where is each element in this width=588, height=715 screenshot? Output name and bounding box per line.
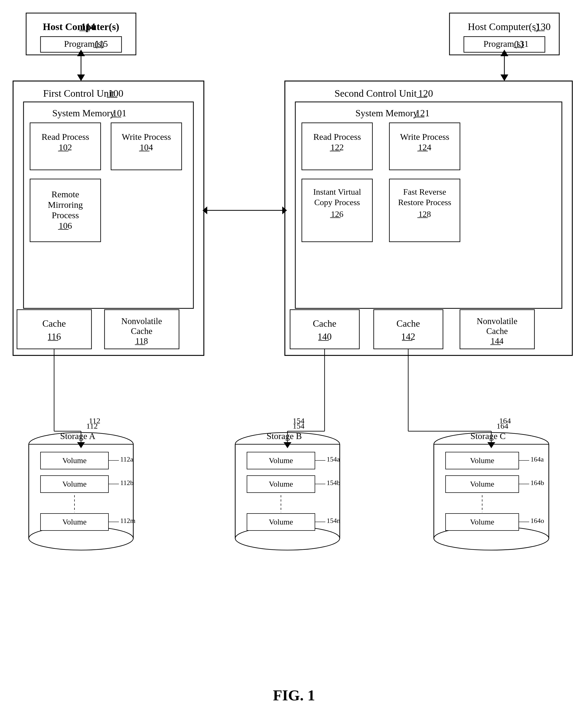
svg-text:Write Process: Write Process	[400, 132, 449, 142]
svg-text:Volume: Volume	[470, 480, 495, 488]
svg-rect-44	[17, 310, 91, 349]
svg-text:Volume: Volume	[269, 518, 293, 526]
svg-text:154b: 154b	[327, 479, 340, 487]
svg-text:Second Control Unit: Second Control Unit	[335, 88, 417, 99]
svg-text:System Memory: System Memory	[355, 108, 418, 119]
svg-rect-83	[374, 310, 443, 349]
svg-text:115: 115	[95, 39, 108, 49]
svg-text:Read Process: Read Process	[313, 132, 361, 142]
svg-text:Volume: Volume	[62, 456, 87, 465]
svg-text:Storage A: Storage A	[60, 431, 96, 441]
svg-text:Process: Process	[52, 210, 79, 220]
svg-text:Write Process: Write Process	[122, 132, 171, 142]
svg-text:First Control Unit: First Control Unit	[43, 88, 114, 99]
svg-text:System Memory: System Memory	[52, 108, 115, 119]
svg-text:122: 122	[331, 143, 344, 152]
svg-text:144: 144	[490, 336, 504, 346]
svg-text:Nonvolatile: Nonvolatile	[121, 316, 162, 326]
svg-text:164o: 164o	[530, 517, 544, 525]
svg-text:118: 118	[135, 336, 148, 346]
svg-text:112a: 112a	[120, 456, 133, 463]
svg-text:104: 104	[140, 143, 153, 152]
svg-text:Nonvolatile: Nonvolatile	[477, 316, 518, 326]
svg-marker-20	[501, 75, 508, 81]
svg-text:Volume: Volume	[62, 480, 87, 488]
svg-text:Cache: Cache	[131, 327, 152, 336]
svg-text:164: 164	[497, 422, 508, 430]
svg-text:120: 120	[418, 88, 433, 99]
svg-text:102: 102	[59, 143, 72, 152]
svg-text:Volume: Volume	[470, 456, 495, 465]
svg-text:100: 100	[108, 88, 123, 99]
svg-text:Copy Process: Copy Process	[314, 197, 360, 207]
svg-text:112b: 112b	[120, 479, 133, 487]
svg-text:164a: 164a	[530, 456, 544, 463]
svg-text:Cache: Cache	[486, 327, 508, 336]
svg-rect-79	[290, 310, 359, 349]
svg-marker-17	[77, 75, 85, 81]
svg-text:Cache: Cache	[396, 318, 420, 329]
svg-text:126: 126	[331, 209, 343, 219]
svg-text:154: 154	[293, 422, 304, 430]
svg-text:Cache: Cache	[42, 318, 66, 329]
svg-text:164b: 164b	[530, 479, 544, 487]
svg-text:Volume: Volume	[269, 480, 293, 488]
svg-text:Instant Virtual: Instant Virtual	[313, 187, 361, 196]
svg-text:Volume: Volume	[269, 456, 293, 465]
svg-text:Host Computer(s): Host Computer(s)	[468, 21, 539, 33]
svg-text:Remote: Remote	[51, 189, 79, 199]
svg-text:112: 112	[86, 422, 98, 430]
svg-text:Restore Process: Restore Process	[398, 197, 451, 207]
svg-text:106: 106	[59, 221, 72, 231]
svg-text:Storage C: Storage C	[470, 431, 506, 441]
svg-text:Volume: Volume	[470, 518, 495, 526]
svg-text:131: 131	[516, 39, 529, 49]
svg-text:124: 124	[418, 143, 432, 152]
svg-text:Cache: Cache	[313, 318, 336, 329]
svg-text:Storage B: Storage B	[267, 431, 302, 441]
svg-text:128: 128	[418, 209, 431, 219]
svg-text:FIG. 1: FIG. 1	[273, 687, 315, 704]
svg-text:154a: 154a	[327, 456, 340, 463]
svg-text:114: 114	[81, 21, 96, 32]
svg-text:130: 130	[536, 21, 551, 32]
svg-text:Read Process: Read Process	[42, 132, 89, 142]
svg-text:Fast Reverse: Fast Reverse	[403, 187, 446, 196]
svg-text:Volume: Volume	[62, 518, 87, 526]
svg-text:154n: 154n	[327, 517, 340, 525]
svg-text:Mirroring: Mirroring	[48, 200, 83, 210]
